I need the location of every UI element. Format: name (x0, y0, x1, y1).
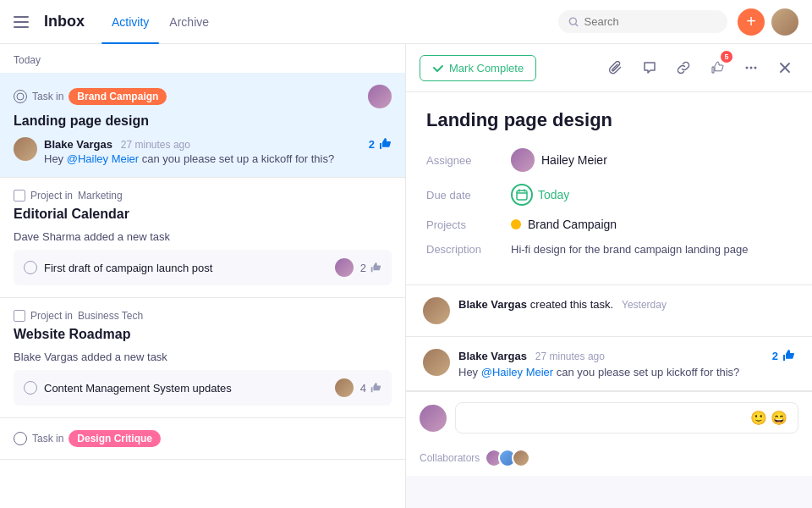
emoji-buttons: 🙂 😄 (750, 410, 787, 426)
added-text: Dave Sharma added a new task (14, 230, 392, 243)
subtask-row: First draft of campaign launch post 2 (14, 250, 392, 285)
main-content: Today Task in Brand Campaign Landing pag… (0, 44, 812, 508)
list-item[interactable]: Task in Brand Campaign Landing page desi… (0, 73, 405, 178)
nav-activity[interactable]: Activity (102, 12, 159, 32)
collaborator-avatar (512, 449, 530, 467)
topbar: Inbox Activity Archive + (0, 0, 812, 44)
description-row: Description Hi-fi design for the brand c… (426, 243, 792, 256)
subtask-right: 2 (335, 258, 381, 277)
task-label: Task in Brand Campaign (14, 88, 167, 105)
task-detail-title: Landing page design (426, 109, 792, 131)
subtask-avatar (335, 258, 354, 277)
check-icon (432, 62, 444, 74)
projects-label: Projects (426, 218, 511, 231)
attachment-icon[interactable] (602, 54, 629, 81)
projects-row: Projects Brand Campaign (426, 218, 792, 231)
task-prefix: Task in (32, 433, 63, 444)
activity-content: Blake Vargas created this task. Yesterda… (458, 297, 795, 324)
brand-campaign-badge: Brand Campaign (69, 88, 167, 105)
thumbsup-icon (378, 137, 392, 151)
mention: @Hailey Meier (481, 366, 553, 378)
project-dot (511, 219, 521, 229)
activity-action: created this task. (530, 298, 613, 311)
project-icon (14, 310, 25, 322)
topbar-nav: Activity Archive (102, 12, 219, 32)
collab-avatars (485, 449, 525, 467)
add-button[interactable]: + (738, 8, 765, 36)
subtask-text: First draft of campaign launch post (44, 262, 212, 274)
close-button[interactable] (771, 54, 798, 81)
task-detail: Landing page design Assignee Hailey Meie… (406, 92, 812, 285)
calendar-icon (511, 184, 533, 206)
today-label: Today (0, 44, 405, 73)
comment-icon[interactable] (636, 54, 663, 81)
activity-avatar (423, 297, 450, 324)
due-date-value: Today (511, 184, 569, 206)
svg-point-1 (17, 93, 24, 100)
mention: @Hailey Meier (67, 152, 139, 165)
menu-icon[interactable] (14, 12, 34, 32)
activity-text: Hey @Hailey Meier can you please set up … (458, 366, 795, 378)
list-item[interactable]: Project in Marketing Editorial Calendar … (0, 178, 405, 298)
comment-author: Blake Vargas (44, 138, 112, 151)
svg-point-2 (746, 67, 749, 69)
list-item[interactable]: Project in Business Tech Website Roadmap… (0, 298, 405, 418)
right-toolbar: Mark Complete 5 (406, 44, 812, 92)
smile-icon[interactable]: 🙂 (750, 410, 767, 426)
due-date-row: Due date Today (426, 184, 792, 206)
more-options-icon[interactable] (738, 54, 765, 81)
project-label: Project in Business Tech (14, 310, 392, 322)
search-icon (568, 16, 579, 28)
right-panel: Mark Complete 5 (406, 44, 812, 508)
item-title: Landing page design (14, 113, 392, 129)
comment-input-avatar (420, 405, 447, 432)
activity-author: Blake Vargas (458, 298, 527, 311)
design-critique-badge: Design Critique (69, 430, 161, 447)
activity-author: Blake Vargas (458, 350, 527, 362)
subtask-left: First draft of campaign launch post (24, 261, 212, 274)
activity-avatar (423, 349, 450, 376)
assignee-row: Assignee Hailey Meier (426, 148, 792, 172)
activity-item: Blake Vargas 27 minutes ago 2 Hey @Haile… (406, 337, 812, 391)
laugh-icon[interactable]: 😄 (771, 410, 787, 426)
svg-point-3 (750, 67, 753, 69)
task-label: Task in Design Critique (14, 430, 392, 447)
description-text: Hi-fi design for the brand campaign land… (511, 243, 748, 256)
user-avatar[interactable] (771, 8, 798, 36)
nav-archive[interactable]: Archive (159, 12, 219, 32)
comment-input-area: 🙂 😄 (406, 391, 812, 444)
item-title: Website Roadmap (14, 327, 392, 342)
project-label: Project in Marketing (14, 190, 392, 202)
task-check-icon (14, 432, 27, 445)
list-item[interactable]: Task in Design Critique (0, 418, 405, 460)
item-title: Editorial Calendar (14, 207, 392, 222)
activity-section: Blake Vargas created this task. Yesterda… (406, 285, 812, 508)
description-label: Description (426, 243, 511, 256)
comment-row: Blake Vargas 27 minutes ago Hey @Hailey … (14, 137, 392, 165)
project-value: Brand Campaign (511, 218, 617, 231)
like-count: 2 (369, 137, 392, 151)
collaborators-row: Collaborators (406, 444, 812, 476)
thumbsup-filled-icon (782, 349, 795, 362)
svg-rect-5 (517, 190, 527, 200)
mark-complete-button[interactable]: Mark Complete (420, 55, 536, 81)
activity-content: Blake Vargas 27 minutes ago 2 Hey @Haile… (458, 349, 795, 378)
comment-time: 27 minutes ago (121, 139, 190, 151)
activity-item: Blake Vargas created this task. Yesterda… (406, 285, 812, 337)
search-input[interactable] (584, 15, 717, 28)
like-count: 2 (360, 262, 381, 274)
assignee-avatar (511, 148, 535, 172)
subtask-row: Content Management System updates 4 (14, 370, 392, 406)
thumbsup-icon[interactable]: 5 (704, 54, 731, 81)
activity-like-count: 2 (772, 349, 795, 362)
task-prefix: Task in (32, 91, 63, 102)
added-text: Blake Vargas added a new task (14, 351, 392, 363)
subtask-avatar (335, 378, 354, 397)
comment-text: Hey @Hailey Meier can you please set up … (44, 152, 362, 165)
thumbsup-icon (370, 262, 381, 273)
comment-input[interactable] (466, 411, 743, 424)
subtask-right: 4 (335, 378, 381, 397)
due-date-label: Due date (426, 189, 511, 202)
comment-input-wrapper: 🙂 😄 (455, 402, 798, 433)
link-icon[interactable] (670, 54, 697, 81)
